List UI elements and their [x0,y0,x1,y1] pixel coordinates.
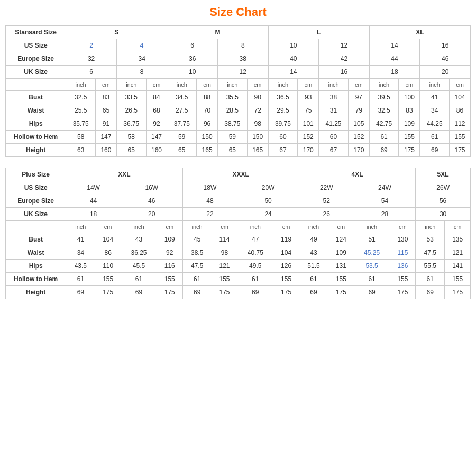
plus-uk-20: 20 [121,208,182,221]
plus-hips-5xl-inch: 55.5 [416,260,445,273]
plus-height-5xl-inch: 69 [416,286,445,299]
plus-hips-xxxl2-inch: 49.5 [237,260,273,273]
plus-hips-xxl2-inch: 45.5 [121,260,157,273]
hollow-s2-cm: 147 [146,131,167,144]
waist-s2-inch: 26.5 [116,104,146,117]
unit-inch-6: inch [319,79,349,91]
plus-us-24w: 24W [354,181,416,194]
hips-xl1-inch: 42.75 [369,117,399,131]
height-l2-inch: 67 [319,144,349,157]
plus-bust-5xl-cm: 135 [445,233,471,246]
plus-table: Plus Size XXL XXXL 4XL 5XL US Size 14W 1… [5,168,471,299]
plus-height-5xl-cm: 175 [445,286,471,299]
hollow-label: Hollow to Hem [6,131,66,144]
plus-bust-4xl1-inch: 49 [299,233,328,246]
plus-waist-xxl1-cm: 86 [95,246,121,260]
plus-hollow-xxxl1-inch: 61 [182,273,212,286]
height-l1-cm: 170 [298,144,319,157]
plus-hips-4xl1-inch: 51.5 [299,260,328,273]
unit-cm-5: cm [298,79,319,91]
hips-s1-cm: 91 [96,117,117,131]
plus-height-xxl2-cm: 175 [157,286,182,299]
eu-36: 36 [167,52,218,66]
hips-l1-cm: 101 [298,117,319,131]
plus-hollow-xxxl2-inch: 61 [237,273,273,286]
plus-hollow-5xl-inch: 61 [416,273,445,286]
plus-unit-cm-5: cm [328,221,354,233]
eu-32: 32 [66,52,117,66]
s-header: S [66,26,167,39]
unit-cm-7: cm [399,79,420,91]
standard-table: Stansard Size S M L XL US Size 2 4 6 8 1… [5,25,471,157]
plus-us-16w: 16W [121,181,182,194]
height-m1-cm: 165 [197,144,218,157]
height-s1-cm: 160 [96,144,117,157]
bust-m1-cm: 88 [197,91,218,104]
bust-l1-inch: 36.5 [268,91,298,104]
plus-waist-xxxl2-inch: 40.75 [237,246,273,260]
eu-34: 34 [116,52,167,66]
eu-46: 46 [420,52,471,66]
bust-l1-cm: 93 [298,91,319,104]
hollow-m1-cm: 150 [197,131,218,144]
plus-waist-4xl1-cm: 109 [328,246,354,260]
plus-hips-xxxl2-cm: 126 [273,260,299,273]
eu-40: 40 [268,52,319,66]
5xl-header: 5XL [416,168,471,181]
hollow-xl1-cm: 155 [399,131,420,144]
uk-10: 10 [167,66,218,79]
plus-hips-xxl2-cm: 116 [157,260,182,273]
hips-s1-inch: 35.75 [66,117,96,131]
plus-eu-56: 56 [416,194,471,208]
plus-uk-22: 22 [182,208,237,221]
plus-height-4xl1-cm: 175 [328,286,354,299]
hollow-m1-inch: 59 [167,131,197,144]
unit-cm-4: cm [247,79,268,91]
height-xl2-cm: 175 [450,144,471,157]
plus-bust-4xl2-inch: 51 [354,233,390,246]
hips-m1-cm: 96 [197,117,218,131]
plus-waist-5xl-inch: 47.5 [416,246,445,260]
hollow-l2-cm: 152 [348,131,369,144]
plus-waist-4xl1-inch: 43 [299,246,328,260]
plus-us-label: US Size [6,181,66,194]
unit-inch-5: inch [268,79,298,91]
plus-unit-inch-1: inch [66,221,95,233]
hips-m2-inch: 38.75 [218,117,248,131]
plus-waist-4xl2-cm: 115 [390,246,416,260]
unit-inch-8: inch [420,79,450,91]
plus-unit-inch-6: inch [354,221,390,233]
plus-waist-xxxl1-cm: 98 [212,246,237,260]
unit-cm-8: cm [450,79,471,91]
waist-s2-cm: 68 [146,104,167,117]
plus-hips-xxl1-cm: 110 [95,260,121,273]
height-xl1-cm: 175 [399,144,420,157]
unit-empty [6,79,66,91]
waist-xl2-inch: 34 [420,104,450,117]
waist-xl1-inch: 32.5 [369,104,399,117]
xxxl-header: XXXL [182,168,299,181]
plus-uk-24: 24 [237,208,299,221]
unit-inch-7: inch [369,79,399,91]
standard-size-chart: Stansard Size S M L XL US Size 2 4 6 8 1… [5,25,471,157]
hips-xl1-cm: 109 [399,117,420,131]
plus-uk-label: UK Size [6,208,66,221]
uk-size-label: UK Size [6,66,66,79]
plus-bust-xxl2-cm: 109 [157,233,182,246]
plus-waist-xxl1-inch: 34 [66,246,95,260]
unit-inch-2: inch [116,79,146,91]
unit-cm-1: cm [96,79,117,91]
plus-eu-52: 52 [299,194,354,208]
hollow-s2-inch: 58 [116,131,146,144]
plus-eu-44: 44 [66,194,121,208]
uk-8: 8 [116,66,167,79]
plus-bust-4xl2-cm: 130 [390,233,416,246]
plus-bust-xxxl2-cm: 119 [273,233,299,246]
unit-cm-3: cm [197,79,218,91]
plus-unit-cm-4: cm [273,221,299,233]
bust-s1-cm: 83 [96,91,117,104]
height-m2-inch: 65 [218,144,248,157]
plus-uk-26: 26 [299,208,354,221]
bust-xl1-cm: 100 [399,91,420,104]
plus-hollow-xxl1-inch: 61 [66,273,95,286]
